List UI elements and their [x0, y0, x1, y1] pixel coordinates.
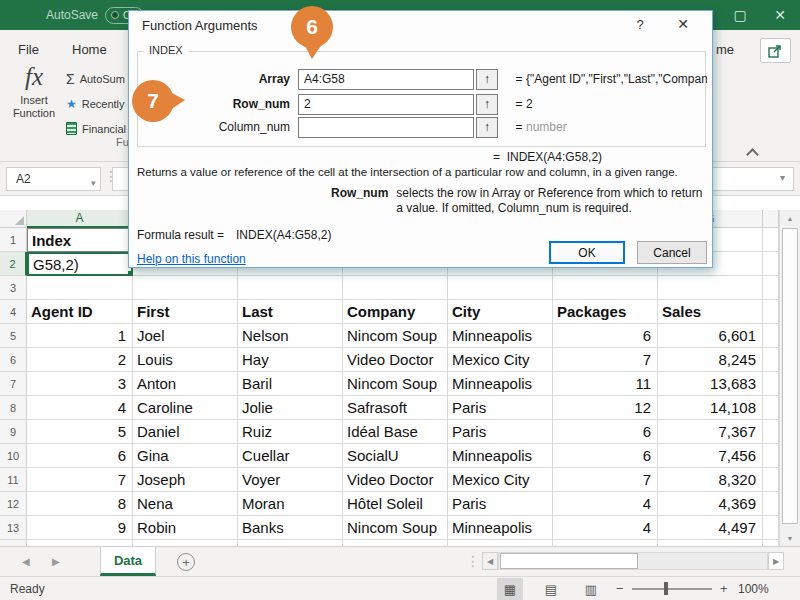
row-number-2[interactable]: 2 — [0, 252, 27, 276]
cell-B6[interactable]: Louis — [133, 348, 238, 372]
scroll-down-icon[interactable]: ▼ — [780, 530, 800, 546]
collapse-dialog-icon[interactable]: ↑ — [476, 117, 498, 138]
cell-A8[interactable]: 4 — [27, 396, 133, 420]
cell-F7[interactable]: 11 — [553, 372, 658, 396]
cell-B5[interactable]: Joel — [133, 324, 238, 348]
tab-file[interactable]: File — [18, 42, 39, 57]
cell-B12[interactable]: Nena — [133, 492, 238, 516]
cell-E10[interactable]: Minneapolis — [448, 444, 553, 468]
cell-E13[interactable]: Minneapolis — [448, 516, 553, 540]
colnum-input[interactable] — [298, 117, 474, 138]
autosum-button[interactable]: Σ AutoSum — [66, 66, 128, 91]
vertical-scrollbar[interactable]: ▲ ▼ — [779, 210, 800, 546]
cell-B3[interactable] — [133, 276, 238, 300]
cell-D9[interactable]: Idéal Base — [343, 420, 448, 444]
row-number-7[interactable]: 7 — [0, 372, 27, 396]
cell-F10[interactable]: 6 — [553, 444, 658, 468]
cell-D6[interactable]: Video Doctor — [343, 348, 448, 372]
cell-F13[interactable]: 4 — [553, 516, 658, 540]
row-number-9[interactable]: 9 — [0, 420, 27, 444]
sheet-tab-data[interactable]: Data — [100, 547, 156, 576]
cell-C3[interactable] — [238, 276, 343, 300]
sheet-nav-left-icon[interactable]: ◀ — [22, 556, 30, 567]
tabbar-handle-icon[interactable]: ⋮ — [466, 553, 480, 569]
cell-C4[interactable]: Last — [238, 300, 343, 324]
cell-G11[interactable]: 8,320 — [658, 468, 763, 492]
normal-view-button[interactable]: ▦ — [497, 578, 523, 600]
cell-D12[interactable]: Hôtel Soleil — [343, 492, 448, 516]
cell-F5[interactable]: 6 — [553, 324, 658, 348]
cell-A5[interactable]: 1 — [27, 324, 133, 348]
tab-home[interactable]: Home — [72, 42, 107, 57]
cell-G10[interactable]: 7,456 — [658, 444, 763, 468]
cell-G8[interactable]: 14,108 — [658, 396, 763, 420]
row-number-6[interactable]: 6 — [0, 348, 27, 372]
cell-E5[interactable]: Minneapolis — [448, 324, 553, 348]
cell-F6[interactable]: 7 — [553, 348, 658, 372]
name-box-dropdown-icon[interactable]: ▾ — [91, 178, 96, 188]
close-button[interactable]: ✕ — [760, 0, 800, 30]
cell-G9[interactable]: 7,367 — [658, 420, 763, 444]
cell-E11[interactable]: Mexico City — [448, 468, 553, 492]
cell-A1[interactable]: Index — [27, 228, 133, 252]
dialog-help-button[interactable]: ? — [630, 17, 650, 35]
horizontal-scrollbar[interactable]: ◀ ▶ — [482, 550, 784, 572]
row-number-1[interactable]: 1 — [0, 228, 27, 252]
row-number-11[interactable]: 11 — [0, 468, 27, 492]
cell-C12[interactable]: Moran — [238, 492, 343, 516]
cell-C13[interactable]: Banks — [238, 516, 343, 540]
cell-F8[interactable]: 12 — [553, 396, 658, 420]
row-number-12[interactable]: 12 — [0, 492, 27, 516]
cell-G5[interactable]: 6,601 — [658, 324, 763, 348]
cell-D13[interactable]: Nincom Soup — [343, 516, 448, 540]
cell-A13[interactable]: 9 — [27, 516, 133, 540]
row-number-5[interactable]: 5 — [0, 324, 27, 348]
scroll-up-icon[interactable]: ▲ — [780, 210, 800, 226]
help-on-function-link[interactable]: Help on this function — [137, 252, 246, 266]
row-number-10[interactable]: 10 — [0, 444, 27, 468]
cell-D10[interactable]: SocialU — [343, 444, 448, 468]
row-number-4[interactable]: 4 — [0, 300, 27, 324]
cell-G13[interactable]: 4,497 — [658, 516, 763, 540]
cell-E4[interactable]: City — [448, 300, 553, 324]
cell-B13[interactable]: Robin — [133, 516, 238, 540]
name-box[interactable]: A2 ▾ — [6, 167, 101, 191]
cell-D5[interactable]: Nincom Soup — [343, 324, 448, 348]
cell-A3[interactable] — [27, 276, 133, 300]
cell-C8[interactable]: Jolie — [238, 396, 343, 420]
cell-E8[interactable]: Paris — [448, 396, 553, 420]
tab-fragment[interactable]: me — [716, 42, 734, 57]
cell-A9[interactable]: 5 — [27, 420, 133, 444]
cell-A10[interactable]: 6 — [27, 444, 133, 468]
insert-function-button[interactable]: fx Insert Function — [4, 64, 64, 120]
cell-F9[interactable]: 6 — [553, 420, 658, 444]
cell-F4[interactable]: Packages — [553, 300, 658, 324]
array-input[interactable]: A4:G58 — [298, 69, 474, 90]
collapse-dialog-icon[interactable]: ↑ — [476, 94, 498, 115]
cell-A11[interactable]: 7 — [27, 468, 133, 492]
cell-G3[interactable] — [658, 276, 763, 300]
dialog-close-button[interactable]: ✕ — [672, 16, 694, 35]
zoom-level[interactable]: 100% — [738, 582, 769, 596]
cell-D11[interactable]: Video Doctor — [343, 468, 448, 492]
cell-B10[interactable]: Gina — [133, 444, 238, 468]
cell-A2[interactable]: G58,2) — [27, 252, 133, 276]
scroll-right-icon[interactable]: ▶ — [768, 552, 784, 570]
zoom-out-button[interactable]: − — [616, 581, 624, 596]
collapse-dialog-icon[interactable]: ↑ — [476, 69, 498, 90]
maximize-button[interactable]: ▢ — [720, 0, 760, 30]
select-all-corner[interactable] — [0, 210, 27, 228]
page-layout-view-button[interactable]: ▤ — [538, 578, 564, 600]
cell-G7[interactable]: 13,683 — [658, 372, 763, 396]
zoom-slider-track[interactable] — [632, 588, 712, 590]
dialog-title-bar[interactable]: Function Arguments — [129, 11, 712, 39]
cell-D7[interactable]: Nincom Soup — [343, 372, 448, 396]
cell-F11[interactable]: 7 — [553, 468, 658, 492]
cell-E9[interactable]: Paris — [448, 420, 553, 444]
recently-used-button[interactable]: ★ Recently — [66, 91, 128, 116]
formula-bar-expand-icon[interactable]: ▾ — [780, 172, 785, 183]
cancel-button[interactable]: Cancel — [637, 241, 707, 264]
cell-E3[interactable] — [448, 276, 553, 300]
column-header-A[interactable]: A — [27, 210, 133, 228]
cell-C5[interactable]: Nelson — [238, 324, 343, 348]
